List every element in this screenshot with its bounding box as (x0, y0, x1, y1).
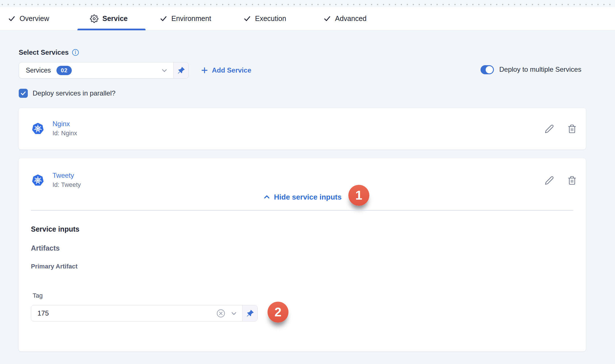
kubernetes-icon (32, 174, 44, 187)
toggle-knob (486, 66, 493, 73)
tab-service[interactable]: Service (90, 7, 128, 30)
tab-execution[interactable]: Execution (243, 7, 286, 30)
parallel-label: Deploy services in parallel? (33, 89, 115, 97)
chevron-down-icon (161, 67, 168, 74)
tab-environment[interactable]: Environment (160, 7, 211, 30)
dotted-divider (2, 4, 615, 5)
select-services-label: Select Services (19, 48, 79, 56)
check-icon (243, 15, 251, 22)
service-inputs-title: Service inputs (31, 225, 79, 233)
check-icon (323, 15, 331, 22)
tag-pin-button[interactable] (242, 305, 257, 321)
top-dotted-strip (0, 0, 615, 7)
plus-icon (201, 66, 208, 74)
delete-service-button[interactable] (567, 175, 577, 185)
service-name-link[interactable]: Nginx (52, 120, 70, 128)
chevron-down-icon[interactable] (230, 310, 238, 317)
service-id-text: Id: Nginx (52, 130, 77, 137)
edit-service-button[interactable] (544, 124, 554, 134)
pin-icon (177, 67, 185, 74)
kubernetes-icon (32, 122, 44, 135)
gear-icon (90, 14, 98, 23)
parallel-checkbox[interactable] (19, 89, 28, 98)
services-dropdown[interactable]: Services 02 (19, 62, 189, 79)
edit-service-button[interactable] (544, 175, 554, 185)
add-service-label: Add Service (212, 66, 251, 74)
stage-tabbar: Overview Service Environment Execution A (0, 7, 615, 30)
service-id-text: Id: Tweety (52, 181, 81, 189)
clear-circle-icon[interactable] (216, 309, 226, 318)
deploy-multiple-label: Deploy to multiple Services (499, 65, 581, 73)
service-config-page: Overview Service Environment Execution A (0, 0, 615, 364)
tab-label: Advanced (335, 14, 367, 23)
parallel-row: Deploy services in parallel? (19, 89, 115, 98)
annotation-marker-2: 2 (268, 302, 288, 323)
add-service-button[interactable]: Add Service (201, 65, 251, 76)
pin-icon (246, 310, 254, 317)
tab-overview[interactable]: Overview (8, 7, 49, 30)
tab-label: Overview (20, 14, 49, 23)
primary-artifact-heading: Primary Artifact (31, 263, 77, 270)
service-name-link[interactable]: Tweety (52, 172, 74, 179)
service-card-tweety: Tweety Id: Tweety Hide service inputs 1 … (18, 158, 586, 352)
service-card-nginx: Nginx Id: Nginx (18, 108, 586, 150)
delete-service-button[interactable] (567, 124, 577, 134)
card-divider (31, 210, 573, 211)
tag-field-main (31, 305, 242, 321)
tab-advanced[interactable]: Advanced (323, 7, 367, 30)
hide-service-inputs-link[interactable]: Hide service inputs (19, 192, 586, 202)
services-dropdown-main: Services 02 (19, 62, 173, 78)
artifacts-heading: Artifacts (31, 244, 60, 252)
tag-field (31, 305, 258, 321)
chevron-up-icon (263, 193, 271, 201)
select-services-text: Select Services (19, 48, 69, 56)
annotation-marker-1: 1 (348, 185, 369, 206)
tab-label: Service (102, 14, 128, 23)
services-dropdown-value: Services (26, 67, 51, 74)
info-icon[interactable] (72, 49, 79, 56)
deploy-multiple-toggle[interactable] (481, 65, 494, 74)
checkmark-icon (20, 90, 26, 96)
check-icon (160, 15, 167, 22)
services-count-badge: 02 (56, 66, 72, 75)
hide-service-inputs-label: Hide service inputs (274, 193, 342, 202)
tag-label: Tag (33, 292, 43, 299)
tab-label: Environment (171, 14, 211, 23)
tag-input[interactable] (31, 309, 216, 317)
services-pin-button[interactable] (173, 62, 188, 78)
active-tab-underline (77, 29, 146, 30)
check-icon (8, 15, 16, 22)
tab-label: Execution (255, 14, 286, 23)
